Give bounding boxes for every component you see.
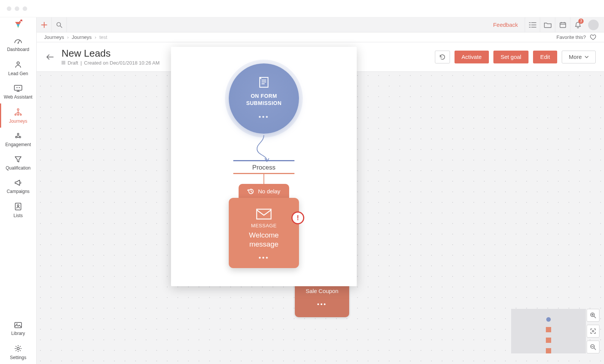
message-node[interactable]: MESSAGE Welcomemessage ••• ! — [229, 198, 299, 268]
node-menu-icon[interactable]: ••• — [259, 254, 269, 262]
node-menu-icon[interactable]: ••• — [259, 113, 269, 121]
nav-label: Library — [11, 331, 25, 336]
nav-journeys[interactable]: Journeys — [0, 103, 36, 128]
svg-point-20 — [592, 330, 594, 332]
activate-button[interactable]: Activate — [455, 51, 489, 63]
svg-rect-14 — [15, 203, 21, 210]
caret-down-icon — [585, 56, 589, 58]
nav-label: Lists — [14, 213, 23, 218]
created-label: Created on Dec/01/2018 10:26 AM — [84, 60, 160, 66]
clock-icon — [247, 188, 254, 194]
trigger-label: ON FORM — [251, 93, 277, 100]
nav-label: Campaigns — [7, 189, 30, 194]
nav-label: Web Assistant — [4, 94, 32, 100]
crumb-item[interactable]: Journeys — [72, 34, 92, 40]
svg-point-3 — [17, 62, 19, 64]
svg-point-18 — [17, 347, 19, 350]
set-goal-button[interactable]: Set goal — [493, 51, 528, 63]
minimap-node — [546, 348, 551, 353]
nav-label: Lead Gen — [8, 71, 28, 76]
status-label: Draft — [68, 60, 78, 66]
svg-point-15 — [17, 205, 19, 206]
zoom-out-button[interactable] — [587, 341, 599, 353]
connector-line — [263, 174, 264, 185]
nav-label: Engagement — [5, 142, 31, 147]
more-button[interactable]: More — [562, 51, 596, 63]
node-menu-icon[interactable]: ••• — [317, 301, 327, 308]
envelope-icon — [256, 208, 272, 220]
notification-badge: 3 — [578, 19, 584, 24]
node-name: Welcomemessage — [249, 231, 279, 249]
nav-web-assistant[interactable]: Web Assistant — [0, 80, 36, 103]
nav-library[interactable]: Library — [0, 317, 36, 340]
svg-point-9 — [17, 114, 19, 116]
process-divider-top — [233, 160, 294, 161]
chevron-right-icon: › — [95, 34, 96, 40]
svg-point-11 — [15, 136, 17, 138]
search-button[interactable] — [52, 17, 67, 32]
nav-engagement[interactable]: Engagement — [0, 128, 36, 151]
svg-point-7 — [17, 109, 19, 110]
traffic-light-max[interactable] — [23, 6, 27, 11]
zoom-fit-button[interactable] — [587, 325, 599, 338]
nav-label: Dashboard — [7, 47, 29, 52]
nav-lead-gen[interactable]: Lead Gen — [0, 56, 36, 80]
back-button[interactable] — [45, 52, 55, 62]
nav-campaigns[interactable]: Campaigns — [0, 174, 36, 198]
crumb-item[interactable]: Journeys — [44, 34, 64, 40]
divider: | — [80, 60, 82, 66]
topbar: Feedback 3 — [0, 17, 604, 32]
svg-point-13 — [17, 133, 19, 135]
svg-point-2 — [18, 43, 19, 44]
refresh-button[interactable] — [435, 51, 450, 63]
nav-label: Qualification — [6, 165, 31, 171]
svg-point-10 — [20, 114, 22, 116]
svg-point-12 — [19, 136, 21, 138]
chevron-right-icon: › — [67, 34, 69, 40]
window-chrome — [0, 0, 604, 17]
breadcrumb-bar: Journeys › Journeys › test Favorite this… — [37, 32, 604, 42]
zoom-controls — [587, 309, 599, 353]
crumb-current: test — [99, 34, 107, 40]
svg-point-6 — [19, 87, 20, 88]
delay-label: No delay — [258, 188, 280, 194]
node-title: Sale Coupon — [306, 288, 339, 294]
svg-rect-1 — [560, 23, 565, 28]
minimap-node — [546, 327, 551, 332]
calendar-icon[interactable] — [555, 17, 570, 32]
svg-rect-16 — [15, 322, 22, 328]
svg-point-8 — [15, 114, 16, 116]
feedback-link[interactable]: Feedback — [486, 22, 525, 28]
minimap-node — [546, 317, 551, 322]
nav-label: Journeys — [9, 119, 28, 124]
nav-dashboard[interactable]: Dashboard — [0, 32, 36, 56]
zoom-in-button[interactable] — [587, 309, 599, 322]
trigger-node[interactable]: ON FORM SUBMISSION ••• — [229, 63, 299, 134]
node-type-label: MESSAGE — [251, 223, 277, 228]
notifications-icon[interactable]: 3 — [570, 17, 585, 32]
favorite-label: Favorite this? — [556, 34, 586, 40]
svg-rect-24 — [257, 209, 271, 219]
edit-button[interactable]: Edit — [533, 51, 557, 63]
svg-rect-4 — [14, 85, 22, 90]
heart-icon[interactable] — [590, 34, 596, 40]
app-logo[interactable] — [0, 17, 37, 32]
alert-badge[interactable]: ! — [291, 211, 304, 224]
form-icon — [257, 76, 270, 89]
minimap[interactable] — [511, 309, 586, 353]
nav-settings[interactable]: Settings — [0, 340, 36, 364]
traffic-light-close[interactable] — [7, 6, 11, 11]
folder-icon[interactable] — [540, 17, 555, 32]
page-title: New Leads — [62, 48, 160, 59]
avatar[interactable] — [588, 20, 599, 30]
nav-label: Settings — [10, 355, 26, 360]
status-indicator — [62, 61, 65, 65]
traffic-light-min[interactable] — [15, 6, 19, 11]
delay-pill[interactable]: No delay — [239, 184, 289, 198]
nav-qualification[interactable]: Qualification — [0, 151, 36, 174]
tasks-icon[interactable] — [525, 17, 540, 32]
new-button[interactable] — [37, 17, 52, 32]
trigger-label: SUBMISSION — [246, 100, 282, 107]
nav-lists[interactable]: Lists — [0, 198, 36, 222]
left-nav: Dashboard Lead Gen Web Assistant Journey… — [0, 32, 37, 364]
